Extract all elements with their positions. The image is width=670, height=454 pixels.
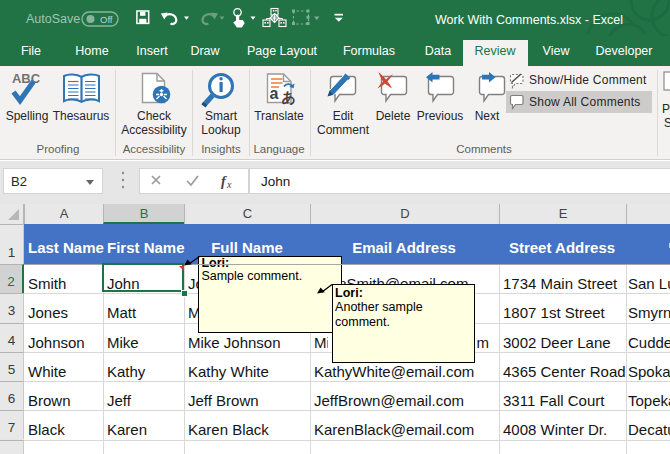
svg-text:a: a <box>270 85 279 102</box>
svg-text:Off: Off <box>100 14 113 25</box>
svg-text:ABC: ABC <box>12 71 41 86</box>
svg-text:x: x <box>226 179 232 190</box>
svg-text:Work With Comments.xlsx - Ex: Work With Comments.xlsx - Excel <box>435 13 623 27</box>
svg-text:AutoSave: AutoSave <box>26 12 80 26</box>
svg-text:あ: あ <box>282 89 296 106</box>
